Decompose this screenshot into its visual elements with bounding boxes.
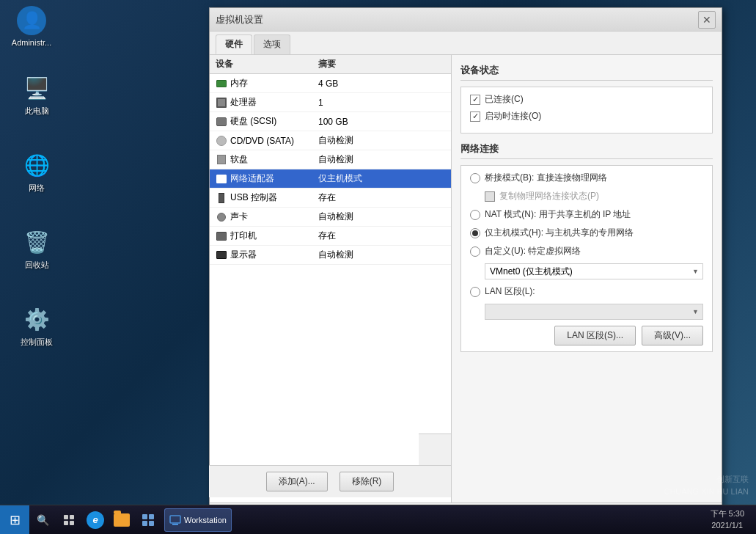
connect-on-start-label: 启动时连接(O) bbox=[485, 110, 541, 122]
vmware-taskbar-button[interactable] bbox=[135, 507, 161, 533]
lan-dropdown-row bbox=[485, 304, 703, 320]
connect-on-start-row: 启动时连接(O) bbox=[470, 110, 703, 122]
dialog-titlebar: 虚拟机设置 ✕ bbox=[210, 8, 722, 32]
tab-options[interactable]: 选项 bbox=[254, 34, 290, 54]
task-view-button[interactable] bbox=[56, 507, 82, 533]
search-button[interactable]: 🔍 bbox=[29, 507, 56, 533]
taskbar-time: 下午 5:30 2021/1/1 bbox=[711, 508, 744, 531]
device-name-cpu: 处理器 bbox=[230, 96, 318, 109]
watermark-line1: 创新互联 bbox=[664, 473, 749, 486]
device-summary-dvd: 自动检测 bbox=[318, 134, 445, 147]
network-icon: 🌐 bbox=[22, 150, 51, 180]
device-row-cpu[interactable]: 处理器 1 bbox=[210, 93, 451, 112]
bridge-label: 桥接模式(B): 直接连接物理网络 bbox=[485, 172, 703, 184]
device-summary-sound: 自动检测 bbox=[318, 211, 445, 223]
device-summary-floppy: 自动检测 bbox=[318, 153, 445, 166]
device-list-header: 设备 摘要 bbox=[210, 55, 451, 74]
dvd-icon bbox=[216, 135, 227, 147]
device-list-buttons: 添加(A)... 移除(R) bbox=[419, 434, 452, 466]
start-button[interactable]: ⊞ bbox=[0, 505, 29, 535]
connect-on-start-checkbox[interactable] bbox=[470, 111, 480, 122]
svg-rect-9 bbox=[172, 524, 178, 525]
device-row-memory[interactable]: 内存 4 GB bbox=[210, 74, 451, 93]
host-only-label: 仅主机模式(H): 与主机共享的专用网络 bbox=[485, 227, 703, 239]
network-conn-title: 网络连接 bbox=[460, 142, 713, 159]
device-col-name-header: 设备 bbox=[216, 58, 318, 70]
desktop-icon-recycle[interactable]: 🗑️ 回收站 bbox=[11, 227, 62, 271]
folder-icon bbox=[114, 513, 130, 527]
connected-row: 已连接(C) bbox=[470, 93, 703, 106]
lan-radio[interactable] bbox=[470, 287, 480, 297]
connected-label: 已连接(C) bbox=[485, 93, 524, 106]
vm-taskbar-item[interactable]: Workstation bbox=[164, 508, 232, 532]
desktop-icon-network[interactable]: 🌐 网络 bbox=[11, 150, 62, 194]
lan-label: LAN 区段(L): bbox=[485, 285, 703, 298]
device-name-display: 显示器 bbox=[230, 249, 318, 261]
admin-icon[interactable]: 👤 Administr... bbox=[6, 6, 57, 47]
device-row-dvd[interactable]: CD/DVD (SATA) 自动检测 bbox=[210, 131, 451, 150]
control-icon: ⚙️ bbox=[22, 304, 51, 334]
lan-dropdown-wrapper bbox=[485, 304, 703, 320]
custom-label: 自定义(U): 特定虚拟网络 bbox=[485, 245, 703, 257]
date-display: 2021/1/1 bbox=[711, 520, 744, 531]
nat-radio[interactable] bbox=[470, 210, 480, 220]
hdd-icon bbox=[216, 116, 227, 128]
bridge-sub-label: 复制物理网络连接状态(P) bbox=[499, 190, 599, 202]
device-summary-display: 自动检测 bbox=[318, 249, 445, 261]
device-status-group: 已连接(C) 启动时连接(O) bbox=[460, 87, 713, 134]
lan-dropdown[interactable] bbox=[485, 304, 703, 320]
remove-device-btn[interactable]: 移除(R) bbox=[340, 472, 394, 491]
svg-rect-1 bbox=[70, 515, 74, 519]
tab-hardware[interactable]: 硬件 bbox=[216, 34, 252, 54]
display-icon bbox=[216, 249, 227, 261]
device-name-dvd: CD/DVD (SATA) bbox=[230, 136, 318, 146]
device-summary-memory: 4 GB bbox=[318, 78, 445, 89]
advanced-button[interactable]: 高级(V)... bbox=[642, 326, 703, 345]
svg-rect-0 bbox=[64, 515, 68, 519]
floppy-icon bbox=[216, 154, 227, 166]
device-row-network[interactable]: 网络适配器 仅主机模式 bbox=[210, 169, 451, 189]
bridge-sub-row: 复制物理网络连接状态(P) bbox=[485, 190, 703, 202]
custom-radio-row: 自定义(U): 特定虚拟网络 bbox=[470, 245, 703, 257]
custom-radio[interactable] bbox=[470, 246, 480, 257]
device-summary-network: 仅主机模式 bbox=[318, 172, 445, 185]
desktop-icon-control[interactable]: ⚙️ 控制面板 bbox=[11, 304, 62, 348]
svg-rect-4 bbox=[142, 514, 147, 519]
device-list-buttons-abs: 添加(A)... 移除(R) bbox=[209, 465, 451, 497]
bridge-sub-checkbox[interactable] bbox=[485, 191, 495, 202]
device-summary-usb: 存在 bbox=[318, 191, 445, 204]
lan-segment-button[interactable]: LAN 区段(S)... bbox=[554, 326, 636, 345]
connected-checkbox[interactable] bbox=[470, 95, 480, 105]
device-row-display[interactable]: 显示器 自动检测 bbox=[210, 246, 451, 265]
recycle-icon: 🗑️ bbox=[22, 227, 51, 257]
device-name-floppy: 软盘 bbox=[230, 153, 318, 166]
cpu-icon bbox=[216, 97, 227, 109]
device-name-network: 网络适配器 bbox=[230, 172, 318, 185]
explorer-button[interactable] bbox=[109, 507, 135, 533]
device-name-printer: 打印机 bbox=[230, 230, 318, 242]
computer-icon: 🖥️ bbox=[22, 73, 51, 103]
add-device-btn[interactable]: 添加(A)... bbox=[266, 472, 328, 491]
bridge-radio[interactable] bbox=[470, 173, 480, 183]
desktop-icon-computer[interactable]: 🖥️ 此电脑 bbox=[11, 73, 62, 117]
admin-avatar: 👤 bbox=[17, 6, 46, 35]
dialog-tabs: 硬件 选项 bbox=[210, 32, 722, 55]
device-row-hdd[interactable]: 硬盘 (SCSI) 100 GB bbox=[210, 112, 451, 131]
device-row-floppy[interactable]: 软盘 自动检测 bbox=[210, 150, 451, 169]
device-col-summary-header: 摘要 bbox=[318, 58, 445, 70]
vmnet-dropdown[interactable]: VMnet0 (仅主机模式) bbox=[485, 263, 703, 279]
time-display: 下午 5:30 bbox=[711, 508, 744, 519]
ie-button[interactable]: e bbox=[82, 507, 109, 533]
printer-icon bbox=[216, 230, 227, 242]
dialog-close-button[interactable]: ✕ bbox=[698, 11, 716, 29]
host-only-radio-row: 仅主机模式(H): 与主机共享的专用网络 bbox=[470, 227, 703, 239]
device-row-sound[interactable]: 声卡 自动检测 bbox=[210, 208, 451, 227]
host-only-radio[interactable] bbox=[470, 228, 480, 238]
device-summary-hdd: 100 GB bbox=[318, 117, 445, 127]
nat-label: NAT 模式(N): 用于共享主机的 IP 地址 bbox=[485, 208, 703, 221]
desktop: 👤 Administr... 🖥️ 此电脑 🌐 网络 🗑️ 回收站 ⚙️ 控制面… bbox=[0, 0, 756, 534]
device-row-printer[interactable]: 打印机 存在 bbox=[210, 227, 451, 246]
bridge-radio-row: 桥接模式(B): 直接连接物理网络 bbox=[470, 172, 703, 184]
device-status-title: 设备状态 bbox=[460, 64, 713, 81]
device-row-usb[interactable]: USB 控制器 存在 bbox=[210, 189, 451, 208]
